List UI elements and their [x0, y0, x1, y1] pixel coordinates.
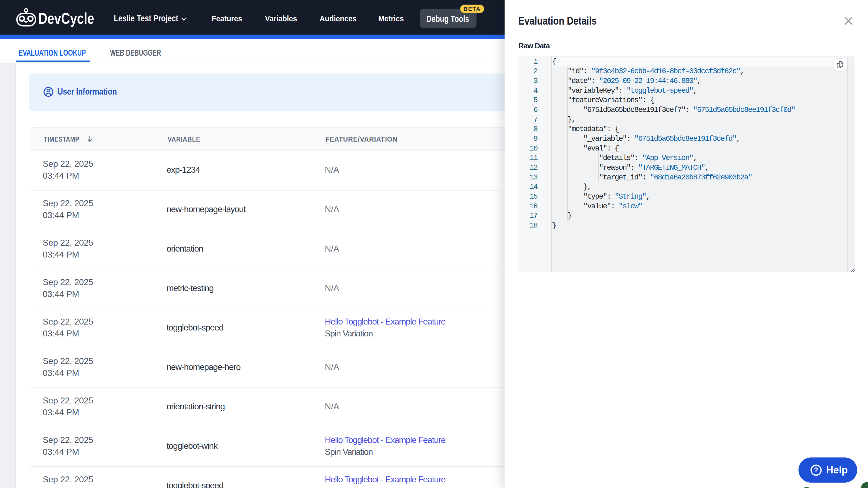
svg-text:?: ? — [814, 466, 818, 474]
